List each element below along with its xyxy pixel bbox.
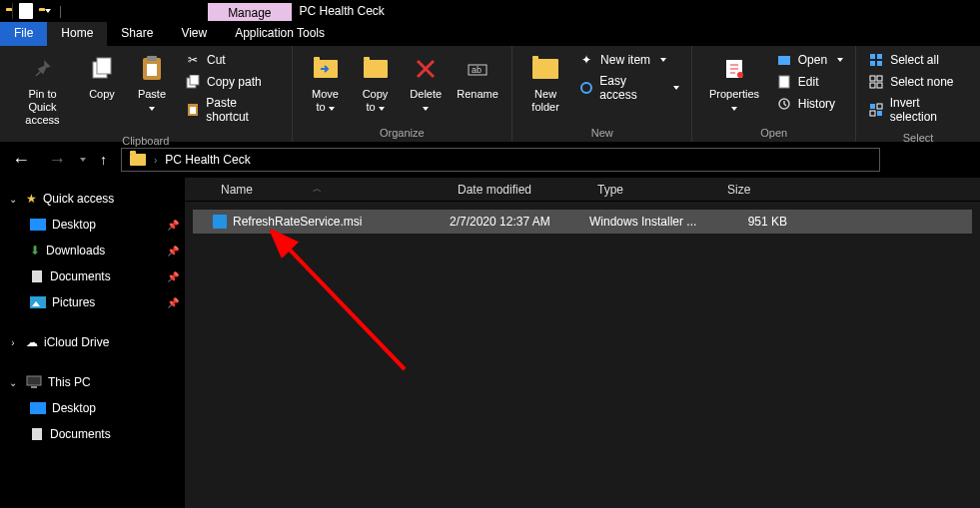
sidebar-item-documents-pc[interactable]: Documents — [0, 421, 185, 447]
svg-rect-31 — [30, 296, 46, 308]
sidebar-item-icloud[interactable]: › ☁ iCloud Drive — [0, 329, 185, 355]
documents-icon — [30, 427, 44, 441]
tab-application-tools[interactable]: Application Tools — [221, 22, 339, 46]
context-tab-manage[interactable]: Manage — [208, 3, 291, 21]
up-button[interactable]: ↑ — [96, 148, 111, 172]
sidebar-item-this-pc[interactable]: ⌄ This PC — [0, 369, 185, 395]
svg-point-11 — [581, 83, 591, 93]
ribbon-group-clipboard: Pin to Quick access Copy Paste ✂ Cut — [0, 46, 293, 142]
qat-dropdown-icon[interactable] — [45, 9, 51, 13]
rename-icon: ab — [466, 52, 490, 86]
pin-to-quick-access-button[interactable]: Pin to Quick access — [8, 50, 77, 129]
svg-rect-22 — [877, 76, 882, 81]
pin-icon — [29, 52, 55, 86]
paste-shortcut-button[interactable]: Paste shortcut — [181, 94, 284, 126]
copy-button[interactable]: Copy — [77, 50, 127, 103]
select-none-button[interactable]: Select none — [864, 72, 972, 92]
pin-icon: 📌 — [167, 297, 179, 308]
ribbon-group-label: Open — [692, 125, 855, 142]
svg-rect-23 — [870, 83, 875, 88]
column-header-type[interactable]: Type — [589, 183, 719, 197]
svg-point-13 — [737, 72, 743, 78]
open-button[interactable]: Open — [772, 50, 847, 70]
svg-rect-30 — [32, 270, 42, 282]
cut-button[interactable]: ✂ Cut — [181, 50, 284, 70]
qat-separator-2: | — [57, 4, 62, 18]
ribbon-group-open: Properties Open Edit History Open — [692, 46, 856, 142]
open-icon — [776, 52, 792, 68]
tab-home[interactable]: Home — [47, 22, 107, 46]
copy-to-button[interactable]: Copy to — [351, 50, 401, 116]
chevron-down-icon[interactable]: ⌄ — [6, 194, 20, 205]
tab-view[interactable]: View — [167, 22, 221, 46]
pictures-icon — [30, 296, 46, 308]
pin-icon: 📌 — [167, 246, 179, 256]
copy-path-button[interactable]: Copy path — [181, 72, 284, 92]
edit-button[interactable]: Edit — [772, 72, 847, 92]
chevron-down-icon[interactable]: ⌄ — [6, 377, 20, 388]
cloud-icon: ☁ — [26, 335, 38, 349]
column-header-size[interactable]: Size — [719, 183, 799, 197]
new-item-button[interactable]: ✦ New item — [574, 50, 683, 70]
svg-text:ab: ab — [472, 65, 482, 75]
sidebar-item-quick-access[interactable]: ⌄ ★ Quick access — [0, 186, 185, 212]
paste-button[interactable]: Paste — [127, 50, 177, 116]
history-dropdown-icon[interactable] — [80, 158, 86, 162]
move-to-button[interactable]: Move to — [301, 50, 351, 116]
svg-rect-27 — [870, 111, 875, 116]
folder-icon — [130, 154, 146, 166]
pin-icon: 📌 — [167, 220, 179, 231]
navigation-bar: ← → ↑ › PC Health Ceck — [0, 142, 980, 178]
copy-to-icon — [364, 52, 388, 86]
file-list: Name︿ Date modified Type Size RefreshRat… — [185, 178, 980, 508]
column-header-name[interactable]: Name︿ — [213, 183, 450, 197]
tab-file[interactable]: File — [0, 22, 47, 46]
tab-share[interactable]: Share — [107, 22, 167, 46]
sidebar-item-pictures[interactable]: Pictures📌 — [0, 289, 185, 315]
easy-access-button[interactable]: Easy access — [574, 72, 683, 104]
invert-selection-button[interactable]: Invert selection — [864, 94, 972, 126]
svg-rect-20 — [877, 61, 882, 66]
address-bar[interactable]: › PC Health Ceck — [121, 148, 880, 172]
chevron-right-icon[interactable]: › — [6, 337, 20, 348]
svg-rect-36 — [32, 428, 42, 440]
svg-rect-21 — [870, 76, 875, 81]
quick-access-toolbar: | — [0, 3, 68, 19]
main-area: ⌄ ★ Quick access Desktop📌 ⬇ Downloads📌 D… — [0, 178, 980, 508]
ribbon-group-label: Organize — [293, 125, 512, 142]
sidebar-item-downloads[interactable]: ⬇ Downloads📌 — [0, 238, 185, 263]
svg-rect-25 — [870, 104, 875, 109]
forward-button[interactable]: → — [44, 146, 70, 175]
new-folder-button[interactable]: New folder — [520, 50, 570, 116]
properties-button[interactable]: Properties — [700, 50, 767, 116]
qat-doc-icon[interactable] — [19, 3, 33, 19]
delete-button[interactable]: Delete — [401, 50, 452, 116]
svg-rect-28 — [877, 111, 882, 116]
window-title: PC Health Ceck — [292, 1, 393, 21]
history-button[interactable]: History — [772, 94, 847, 114]
easy-access-icon — [578, 80, 593, 96]
qat-separator — [12, 3, 13, 19]
svg-rect-19 — [870, 61, 875, 66]
desktop-icon — [30, 402, 46, 414]
paste-shortcut-icon — [185, 102, 200, 118]
sidebar-item-documents[interactable]: Documents📌 — [0, 263, 185, 289]
sidebar-item-desktop[interactable]: Desktop📌 — [0, 212, 185, 238]
file-type-cell: Windows Installer ... — [589, 215, 719, 229]
file-row[interactable]: RefreshRateService.msi 2/7/2020 12:37 AM… — [193, 210, 972, 234]
ribbon: Pin to Quick access Copy Paste ✂ Cut — [0, 46, 980, 142]
svg-rect-35 — [30, 402, 46, 414]
back-button[interactable]: ← — [8, 146, 34, 175]
new-item-icon: ✦ — [578, 52, 594, 68]
svg-rect-8 — [190, 107, 196, 114]
svg-rect-1 — [97, 58, 111, 74]
select-all-button[interactable]: Select all — [864, 50, 972, 70]
ribbon-group-label: Select — [856, 130, 980, 147]
column-header-date[interactable]: Date modified — [450, 183, 589, 197]
breadcrumb-folder[interactable]: PC Health Ceck — [165, 153, 250, 167]
rename-button[interactable]: ab Rename — [452, 50, 503, 103]
file-date-cell: 2/7/2020 12:37 AM — [450, 215, 589, 229]
chevron-right-icon[interactable]: › — [154, 155, 157, 166]
sidebar-item-desktop-pc[interactable]: Desktop — [0, 395, 185, 421]
svg-rect-14 — [778, 56, 790, 65]
